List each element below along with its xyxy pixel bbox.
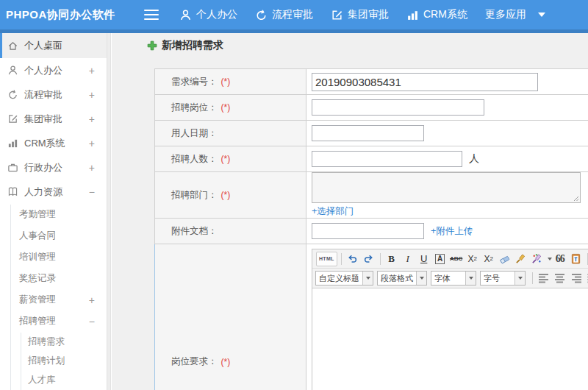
font-size-select[interactable]: 字号 bbox=[480, 271, 526, 286]
blockquote-button[interactable]: 66 bbox=[553, 252, 567, 266]
sidebar-item-label: 薪资管理 bbox=[19, 294, 56, 306]
expand-icon[interactable]: + bbox=[89, 294, 95, 306]
sidebar-item-talent-pool[interactable]: 人才库 bbox=[0, 370, 107, 389]
topnav-label: 更多应用 bbox=[485, 8, 526, 21]
hire-date-input[interactable] bbox=[312, 125, 424, 141]
sidebar-item-label: 行政办公 bbox=[24, 161, 62, 174]
bold-button[interactable]: B bbox=[384, 252, 399, 266]
sidebar-item-crm[interactable]: CRM系统 + bbox=[0, 131, 107, 155]
underline-button[interactable]: U bbox=[417, 252, 431, 266]
redo-icon[interactable] bbox=[362, 252, 376, 266]
expand-icon[interactable]: + bbox=[89, 89, 95, 101]
bar-chart-icon bbox=[406, 9, 419, 21]
department-textarea[interactable] bbox=[312, 172, 581, 203]
home-icon bbox=[7, 40, 18, 52]
sidebar-item-rewards[interactable]: 奖惩记录 bbox=[0, 268, 107, 289]
choose-department-link[interactable]: +选择部门 bbox=[312, 205, 354, 218]
headcount-input[interactable] bbox=[312, 151, 462, 167]
expand-icon[interactable]: − bbox=[89, 316, 95, 327]
form-row-position: 招聘岗位： (*) bbox=[154, 95, 588, 121]
form-row-headcount: 招聘人数： (*) 人 bbox=[154, 146, 588, 172]
sidebar-item-label: 人事合同 bbox=[19, 230, 56, 242]
sidebar-item-recruit-plan[interactable]: 招聘计划 bbox=[0, 351, 107, 370]
resize-grip-icon[interactable] bbox=[573, 196, 579, 202]
expand-icon[interactable]: + bbox=[89, 138, 95, 149]
field-label: 需求编号： (*) bbox=[155, 69, 306, 94]
expand-icon[interactable]: + bbox=[89, 65, 95, 77]
topnav-more-apps[interactable]: 更多应用 bbox=[485, 8, 545, 21]
sidebar-item-training[interactable]: 培训管理 bbox=[0, 247, 107, 268]
superscript-button[interactable]: X2 bbox=[465, 252, 480, 266]
align-center-icon[interactable] bbox=[554, 273, 566, 283]
tree-guide-line bbox=[10, 205, 11, 390]
sidebar-item-human-resources[interactable]: 人力资源 − bbox=[0, 180, 107, 204]
expand-icon[interactable]: − bbox=[89, 186, 95, 198]
person-icon bbox=[7, 65, 18, 76]
sidebar-item-attendance[interactable]: 考勤管理 bbox=[0, 204, 107, 225]
label-text: 需求编号： bbox=[171, 76, 218, 88]
caret-down-icon[interactable] bbox=[548, 258, 552, 260]
paragraph-format-select[interactable]: 段落格式 bbox=[377, 271, 427, 286]
field-label: 招聘岗位： (*) bbox=[155, 95, 306, 120]
attachment-input[interactable] bbox=[312, 223, 424, 239]
sidebar-item-recruit-mgmt[interactable]: 招聘管理 − bbox=[0, 311, 107, 332]
topnav-flow-approval[interactable]: 流程审批 bbox=[255, 8, 313, 21]
strikethrough-button[interactable]: ABC bbox=[449, 252, 464, 266]
format-painter-icon[interactable] bbox=[514, 252, 528, 266]
sidebar-item-label: 招聘需求 bbox=[28, 336, 65, 348]
topnav-label: 集团审批 bbox=[348, 8, 389, 21]
field-value-cell: +附件上传 bbox=[306, 219, 588, 244]
briefcase-icon bbox=[7, 162, 18, 173]
paste-as-text-icon[interactable] bbox=[569, 252, 584, 266]
style-brush-icon[interactable] bbox=[530, 252, 545, 266]
sidebar-item-group-approval[interactable]: 集团审批 + bbox=[0, 107, 107, 131]
topnav-crm-system[interactable]: CRM系统 bbox=[406, 8, 467, 21]
field-value-cell bbox=[306, 95, 588, 120]
undo-icon[interactable] bbox=[345, 252, 360, 266]
toolbar-separator bbox=[341, 253, 342, 265]
recruit-demand-form: 需求编号： (*) 招聘岗位： (*) 用人日期： bbox=[154, 68, 588, 390]
label-text: 岗位要求： bbox=[171, 355, 218, 368]
subscript-button[interactable]: X2 bbox=[481, 252, 496, 266]
sidebar-item-personal-desktop[interactable]: 个人桌面 bbox=[0, 33, 107, 58]
caret-down-icon bbox=[538, 13, 545, 17]
sidebar-item-hr-contract[interactable]: 人事合同 bbox=[0, 225, 107, 247]
flow-approval-icon bbox=[255, 9, 268, 21]
align-right-icon[interactable] bbox=[570, 273, 582, 283]
sidebar-item-personal-office[interactable]: 个人办公 + bbox=[0, 58, 107, 82]
page-title-text: 新增招聘需求 bbox=[162, 39, 223, 52]
sidebar-scrollbar[interactable] bbox=[107, 33, 111, 390]
sidebar-item-label: 培训管理 bbox=[19, 251, 56, 263]
attachment-upload-link[interactable]: +附件上传 bbox=[431, 225, 473, 238]
expand-icon[interactable]: + bbox=[89, 162, 95, 174]
source-code-button[interactable]: HTML bbox=[316, 252, 337, 266]
topnav-group-approval[interactable]: 集团审批 bbox=[331, 8, 389, 21]
top-header: PHPOA协同办公软件 个人办公 流程审批 集团审批 CRM系统 bbox=[0, 0, 588, 29]
sidebar-item-label: 个人桌面 bbox=[24, 39, 62, 52]
align-left-icon[interactable] bbox=[538, 273, 550, 283]
sidebar-item-recruit-demand[interactable]: 招聘需求 bbox=[0, 332, 107, 351]
form-row-department: 招聘部门： (*) +选择部门 bbox=[154, 172, 588, 219]
label-text: 招聘人数： bbox=[171, 153, 218, 166]
font-family-select[interactable]: 字体 bbox=[431, 271, 476, 286]
demand-no-input[interactable] bbox=[312, 73, 538, 91]
expand-icon[interactable]: + bbox=[89, 113, 95, 125]
sidebar-item-label: 流程审批 bbox=[24, 88, 62, 102]
sidebar-item-salary[interactable]: 薪资管理 + bbox=[0, 289, 107, 311]
topnav-label: 个人办公 bbox=[196, 8, 237, 21]
italic-button[interactable]: I bbox=[401, 252, 415, 266]
topnav-personal-office[interactable]: 个人办公 bbox=[179, 8, 237, 21]
boxed-a-button[interactable]: A bbox=[433, 252, 448, 266]
sidebar-item-flow-approval[interactable]: 流程审批 + bbox=[0, 82, 107, 107]
sidebar-item-label: 人才库 bbox=[28, 374, 56, 386]
custom-heading-select[interactable]: 自定义标题 bbox=[315, 271, 373, 286]
sidebar-item-admin-office[interactable]: 行政办公 + bbox=[0, 155, 107, 180]
toolbar-separator bbox=[380, 253, 381, 265]
caret-down-icon bbox=[465, 272, 476, 285]
bar-chart-icon bbox=[7, 138, 18, 149]
hamburger-menu-icon[interactable] bbox=[144, 10, 159, 20]
field-label: 岗位要求： (*) bbox=[155, 244, 306, 390]
eraser-icon[interactable] bbox=[498, 252, 512, 266]
position-input[interactable] bbox=[312, 99, 484, 116]
editor-content-area[interactable] bbox=[312, 288, 588, 390]
